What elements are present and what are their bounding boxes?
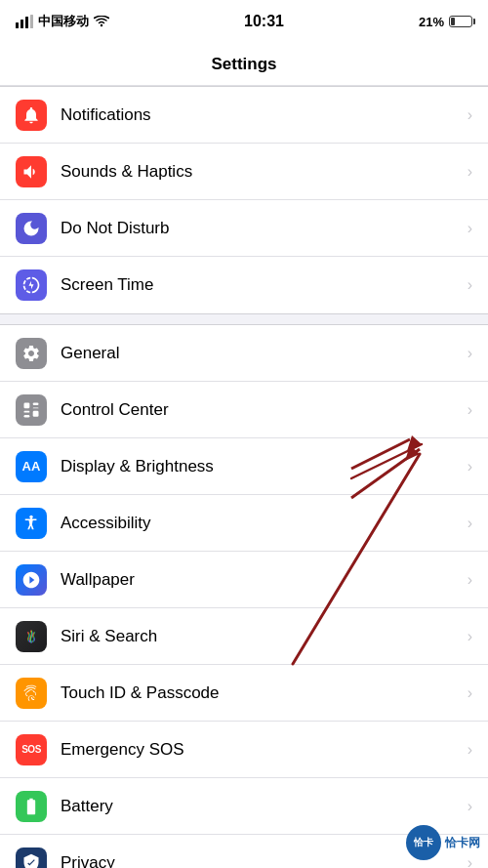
status-bar: 中国移动 10:31 21% (0, 0, 488, 43)
emergencysos-label: Emergency SOS (61, 740, 460, 760)
row-emergencysos[interactable]: SOS Emergency SOS › (0, 722, 488, 778)
svg-rect-9 (33, 410, 39, 416)
display-icon: AA (16, 451, 47, 482)
svg-rect-0 (16, 22, 19, 28)
display-chevron: › (468, 458, 472, 475)
screentime-icon (16, 269, 47, 301)
settings-group-2: General › Control Center › AA Displa (0, 324, 488, 868)
row-wallpaper[interactable]: Wallpaper › (0, 552, 488, 608)
row-touchid[interactable]: Touch ID & Passcode › (0, 665, 488, 722)
svg-rect-1 (20, 20, 23, 28)
row-screentime[interactable]: Screen Time › (0, 257, 488, 313)
battery-percentage: 21% (419, 15, 444, 29)
row-notifications[interactable]: Notifications › (0, 87, 488, 144)
wallpaper-icon (16, 564, 47, 596)
general-label: General (61, 344, 460, 363)
accessibility-icon (16, 508, 47, 539)
screentime-chevron: › (468, 276, 472, 294)
touchid-label: Touch ID & Passcode (61, 683, 460, 703)
row-donotdisturb[interactable]: Do Not Disturb › (0, 200, 488, 257)
controlcenter-label: Control Center (61, 400, 460, 420)
touchid-icon (16, 678, 47, 709)
svg-rect-7 (24, 410, 30, 412)
svg-rect-2 (25, 17, 28, 28)
display-label: Display & Brightness (61, 457, 460, 476)
row-siri[interactable]: Siri & Search › (0, 608, 488, 665)
siri-chevron: › (468, 628, 472, 645)
notifications-icon (16, 100, 47, 131)
emergencysos-chevron: › (468, 741, 472, 759)
status-right: 21% (419, 15, 472, 29)
svg-rect-4 (24, 402, 30, 408)
row-accessibility[interactable]: Accessibility › (0, 495, 488, 552)
notifications-label: Notifications (61, 105, 460, 125)
touchid-chevron: › (468, 684, 472, 702)
screentime-label: Screen Time (61, 275, 460, 295)
siri-icon (16, 621, 47, 652)
sounds-label: Sounds & Haptics (61, 162, 460, 182)
donotdisturb-chevron: › (468, 220, 472, 237)
svg-point-10 (29, 515, 32, 517)
battery-label: Battery (61, 797, 460, 816)
signal-icon (16, 15, 33, 28)
battery-chevron: › (468, 798, 472, 815)
svg-rect-5 (33, 402, 39, 405)
general-chevron: › (468, 345, 472, 362)
battery-icon (449, 16, 472, 27)
controlcenter-icon (16, 394, 47, 426)
donotdisturb-label: Do Not Disturb (61, 219, 460, 238)
status-left: 中国移动 (16, 13, 109, 30)
carrier-name: 中国移动 (38, 13, 89, 30)
wallpaper-label: Wallpaper (61, 570, 460, 590)
row-controlcenter[interactable]: Control Center › (0, 382, 488, 438)
general-icon (16, 338, 47, 369)
nav-title: Settings (211, 55, 276, 74)
settings-content: Notifications › Sounds & Haptics › Do No… (0, 86, 488, 868)
svg-rect-6 (33, 407, 39, 408)
wallpaper-chevron: › (468, 571, 472, 589)
sounds-chevron: › (468, 163, 472, 181)
row-display[interactable]: AA Display & Brightness › (0, 438, 488, 495)
settings-group-1: Notifications › Sounds & Haptics › Do No… (0, 86, 488, 314)
row-sounds[interactable]: Sounds & Haptics › (0, 144, 488, 200)
battery-icon (16, 791, 47, 822)
watermark: 恰卡 恰卡网 (406, 825, 480, 860)
svg-rect-8 (24, 415, 30, 418)
controlcenter-chevron: › (468, 401, 472, 419)
accessibility-chevron: › (468, 515, 472, 532)
sounds-icon (16, 156, 47, 187)
donotdisturb-icon (16, 213, 47, 244)
nav-bar: Settings (0, 43, 488, 86)
watermark-text: 恰卡网 (445, 835, 480, 851)
row-general[interactable]: General › (0, 325, 488, 382)
watermark-logo: 恰卡 (406, 825, 441, 860)
wifi-icon (94, 16, 109, 27)
privacy-icon (16, 847, 47, 868)
status-time: 10:31 (244, 13, 284, 30)
notifications-chevron: › (468, 106, 472, 124)
svg-rect-3 (30, 15, 33, 28)
accessibility-label: Accessibility (61, 514, 460, 533)
siri-label: Siri & Search (61, 627, 460, 646)
emergencysos-icon: SOS (16, 734, 47, 765)
privacy-label: Privacy (61, 853, 460, 868)
